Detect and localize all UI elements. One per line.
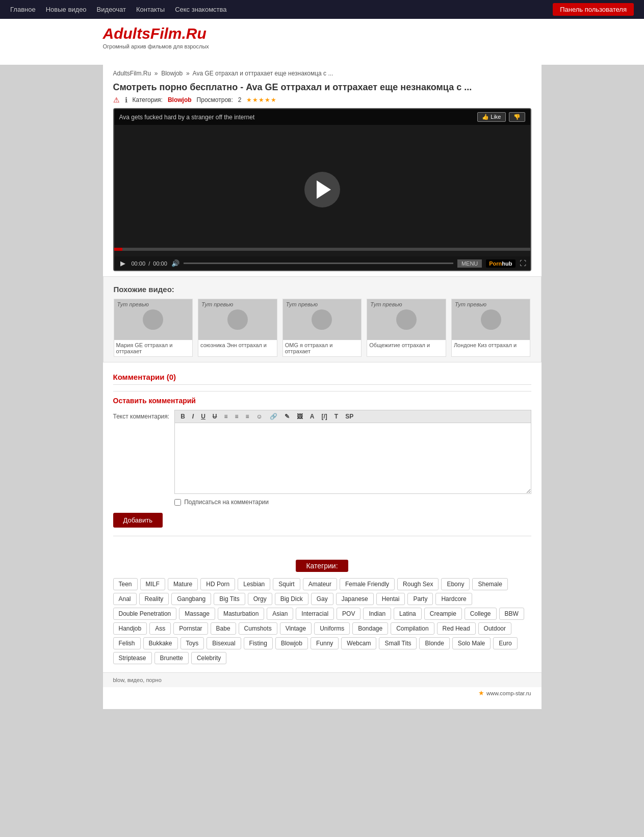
category-tag[interactable]: Creampie: [424, 608, 462, 620]
category-tag[interactable]: Euro: [493, 637, 517, 649]
image-button[interactable]: 🖼: [294, 412, 305, 421]
subscribe-checkbox[interactable]: [174, 499, 181, 506]
category-tag[interactable]: Big Dick: [275, 593, 308, 605]
volume-button[interactable]: 🔊: [171, 259, 179, 267]
nav-contacts[interactable]: Контакты: [136, 6, 165, 13]
category-tag[interactable]: Blonde: [419, 637, 449, 649]
category-tag[interactable]: Shemale: [472, 578, 507, 590]
category-tag[interactable]: Orgy: [248, 593, 272, 605]
play-button[interactable]: [304, 172, 340, 207]
category-tag[interactable]: Ass: [149, 622, 171, 635]
category-tag[interactable]: Amateur: [303, 578, 337, 590]
category-tag[interactable]: Webcam: [341, 637, 376, 649]
category-tag[interactable]: Felish: [113, 637, 141, 649]
edit-button[interactable]: ✎: [282, 412, 292, 421]
category-tag[interactable]: Outdoor: [478, 622, 511, 635]
category-tag[interactable]: Japanese: [336, 593, 374, 605]
nav-videochat[interactable]: Видеочат: [97, 6, 126, 13]
breadcrumb-home[interactable]: AdultsFilm.Ru: [113, 70, 151, 77]
category-tag[interactable]: Bondage: [352, 622, 388, 635]
underline-button[interactable]: U: [198, 412, 208, 421]
breadcrumb-category[interactable]: Blowjob: [161, 70, 183, 77]
category-tag[interactable]: Brunette: [154, 652, 189, 664]
category-tag[interactable]: Hentai: [376, 593, 405, 605]
category-tag[interactable]: Striptease: [113, 652, 152, 664]
category-tag[interactable]: Babe: [211, 622, 236, 635]
category-tag[interactable]: Gangbang: [171, 593, 211, 605]
category-tag[interactable]: Bukkake: [143, 637, 178, 649]
category-tag[interactable]: Compilation: [391, 622, 434, 635]
category-tag[interactable]: Masturbation: [218, 608, 264, 620]
nav-new-videos[interactable]: Новые видео: [46, 6, 87, 13]
fullscreen-button[interactable]: ⛶: [520, 259, 526, 267]
progress-bar-container[interactable]: [114, 248, 530, 251]
category-tag[interactable]: Mature: [168, 578, 198, 590]
similar-item[interactable]: Тут превью Общежитие оттрахал и: [367, 299, 446, 357]
sp-button[interactable]: SP: [343, 412, 356, 421]
like-button[interactable]: 👍 Like: [477, 112, 505, 122]
menu-button[interactable]: MENU: [457, 259, 482, 268]
category-tag[interactable]: Uniforms: [314, 622, 350, 635]
category-tag[interactable]: Vintage: [280, 622, 312, 635]
category-tag[interactable]: Fisting: [244, 637, 273, 649]
category-tag[interactable]: Asian: [267, 608, 293, 620]
submit-comment-button[interactable]: Добавить: [113, 513, 163, 528]
category-tag[interactable]: Handjob: [113, 622, 147, 635]
category-tag[interactable]: Indian: [363, 608, 391, 620]
category-tag[interactable]: Cumshots: [239, 622, 277, 635]
dislike-button[interactable]: 👎: [509, 112, 525, 122]
site-logo[interactable]: AdultsFilm.Ru: [103, 25, 207, 42]
text-button[interactable]: T: [332, 412, 341, 421]
category-link[interactable]: Blowjob: [168, 96, 192, 103]
similar-item[interactable]: Тут превью союзника Энн оттрахал и: [198, 299, 277, 357]
category-tag[interactable]: Gay: [311, 593, 333, 605]
bold-button[interactable]: B: [178, 412, 188, 421]
category-tag[interactable]: Double Penetration: [113, 608, 177, 620]
category-tag[interactable]: Small Tits: [379, 637, 417, 649]
category-tag[interactable]: BBW: [499, 608, 524, 620]
color-button[interactable]: A: [307, 412, 317, 421]
volume-slider[interactable]: [184, 263, 453, 264]
category-tag[interactable]: Interracial: [296, 608, 334, 620]
category-tag[interactable]: Hardcore: [435, 593, 472, 605]
align-right-button[interactable]: ≡: [243, 412, 252, 421]
similar-item[interactable]: Тут превью Мария GE оттрахал и оттрахает: [114, 299, 193, 357]
category-tag[interactable]: Red Head: [437, 622, 476, 635]
similar-item[interactable]: Тут превью OMG я оттрахал и оттрахает: [282, 299, 362, 357]
strikethrough-button[interactable]: U: [210, 412, 220, 421]
category-tag[interactable]: Party: [407, 593, 433, 605]
comment-textarea[interactable]: [174, 423, 531, 494]
category-tag[interactable]: Solo Male: [452, 637, 491, 649]
user-panel-button[interactable]: Панель пользователя: [553, 3, 634, 16]
category-tag[interactable]: Blowjob: [275, 637, 308, 649]
category-tag[interactable]: Ebony: [441, 578, 470, 590]
category-tag[interactable]: Big Tits: [214, 593, 245, 605]
category-tag[interactable]: Reality: [139, 593, 169, 605]
similar-item[interactable]: Тут превью Лондоне Киз оттрахал и: [451, 299, 531, 357]
category-tag[interactable]: POV: [337, 608, 360, 620]
category-tag[interactable]: Female Friendly: [340, 578, 395, 590]
emoji-button[interactable]: ☺: [254, 412, 265, 421]
category-tag[interactable]: College: [465, 608, 497, 620]
play-pause-button[interactable]: ▶: [118, 258, 127, 268]
italic-button[interactable]: I: [190, 412, 196, 421]
nav-dating[interactable]: Секс знакомства: [175, 6, 226, 13]
link-button[interactable]: 🔗: [267, 412, 280, 421]
category-tag[interactable]: HD Porn: [200, 578, 235, 590]
category-tag[interactable]: Squirt: [273, 578, 300, 590]
category-tag[interactable]: Funny: [311, 637, 339, 649]
category-tag[interactable]: Anal: [113, 593, 137, 605]
category-tag[interactable]: Pornstar: [173, 622, 208, 635]
category-tag[interactable]: Latina: [394, 608, 422, 620]
category-tag[interactable]: Lesbian: [238, 578, 270, 590]
category-tag[interactable]: Rough Sex: [397, 578, 439, 590]
category-tag[interactable]: Teen: [113, 578, 138, 590]
category-tag[interactable]: Bisexual: [207, 637, 241, 649]
category-tag[interactable]: Toys: [181, 637, 204, 649]
align-left-button[interactable]: ≡: [222, 412, 230, 421]
category-tag[interactable]: MILF: [140, 578, 165, 590]
category-tag[interactable]: Celebrity: [191, 652, 226, 664]
category-tag[interactable]: Massage: [179, 608, 215, 620]
align-center-button[interactable]: ≡: [233, 412, 241, 421]
code-button[interactable]: [/]: [319, 412, 330, 421]
